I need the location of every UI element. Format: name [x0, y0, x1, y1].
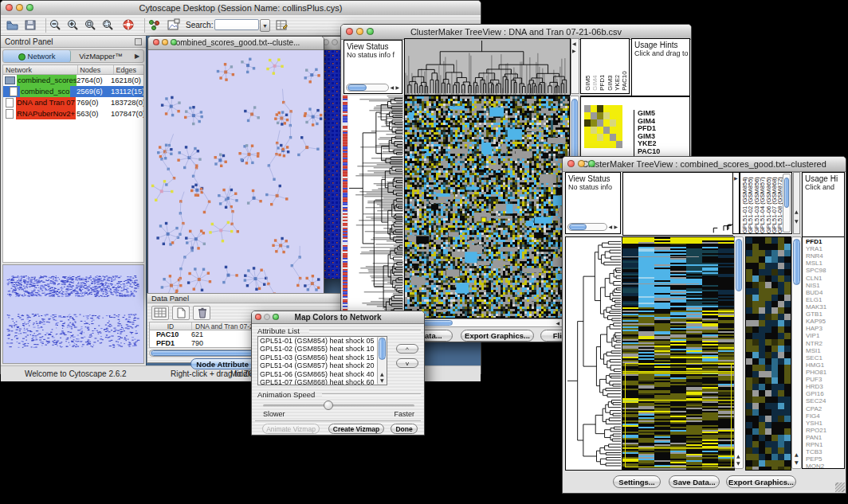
close-icon[interactable] [153, 39, 159, 45]
zoom-out-icon[interactable] [49, 18, 62, 32]
gene-label[interactable]: GPI16 [806, 390, 844, 397]
dialog-title-bar[interactable]: Map Colors to Network [252, 311, 424, 324]
gene-label[interactable]: GTB1 [806, 311, 844, 318]
gene-label[interactable]: NTR2 [806, 340, 844, 347]
minimize-icon[interactable] [578, 160, 585, 167]
zoom-selected-icon[interactable] [84, 18, 97, 32]
gene-label[interactable]: SEC24 [806, 397, 844, 404]
scroll-down-icon[interactable]: ▼ [795, 460, 799, 465]
zoom-window-icon[interactable] [588, 160, 595, 167]
speed-slider-track[interactable] [263, 404, 414, 407]
tabs-overflow-icon[interactable]: ▶ [131, 50, 143, 62]
tv2-vscrollbar[interactable]: ▲ ▼ [734, 236, 744, 469]
column-label[interactable]: GPL51-02 (GSM855) [748, 174, 753, 233]
search-dropdown-icon[interactable]: ▼ [260, 19, 270, 32]
zoom-in-icon[interactable] [66, 18, 80, 32]
minimize-icon[interactable] [16, 4, 23, 11]
network-list-row[interactable]: DNA and Tran 07769(0)183728(0) [3, 97, 143, 108]
minimize-icon[interactable] [332, 39, 338, 45]
gene-label[interactable]: BUD4 [806, 289, 844, 296]
view-status-scrollbar[interactable] [567, 223, 607, 231]
scroll-right-icon[interactable]: ▶ [395, 85, 399, 90]
treeview2-title-bar[interactable]: ClusterMaker TreeView : combined_scores_… [563, 157, 846, 172]
help-lifesaver-icon[interactable] [122, 18, 135, 32]
open-file-icon[interactable] [6, 18, 19, 32]
scrollbar-thumb[interactable] [793, 239, 800, 285]
gene-label[interactable]: PUF3 [806, 376, 844, 383]
attribute-list[interactable]: GPL51-01 (GSM854) heat shock 05 minGPL51… [257, 336, 387, 385]
scroll-down-icon[interactable]: ▼ [795, 219, 799, 224]
gene-label[interactable]: RPO21 [806, 427, 844, 434]
scroll-left-icon[interactable]: ◀ [572, 41, 576, 46]
tv1-export-graphics-button[interactable]: Export Graphics... [461, 330, 534, 342]
scrollbar-thumb[interactable] [736, 239, 742, 291]
new-doc-icon[interactable] [172, 306, 190, 320]
scroll-up-icon[interactable]: ▲ [736, 454, 740, 459]
scroll-left-icon[interactable]: ◀ [556, 321, 559, 326]
scroll-left-icon[interactable]: ◀ [608, 225, 612, 229]
gene-label[interactable]: YSH1 [806, 420, 844, 427]
column-label[interactable]: PAC10 [621, 71, 627, 91]
scroll-right-icon[interactable]: ▶ [614, 225, 618, 229]
column-label[interactable]: GIM4 [591, 75, 598, 91]
tv2-zoom-heatmap[interactable] [745, 236, 791, 471]
scrollbar-thumb[interactable] [379, 338, 386, 360]
minimize-icon[interactable] [356, 28, 363, 35]
column-label[interactable]: GIM5 [584, 75, 591, 91]
zoom-window-icon[interactable] [367, 28, 374, 35]
zoom-fit-icon[interactable] [101, 18, 115, 32]
scroll-down-icon[interactable]: ▼ [380, 378, 384, 383]
network-graph-canvas[interactable] [148, 50, 324, 296]
tv1-row-dendrogram[interactable] [348, 96, 403, 317]
tv2-heatmap[interactable] [622, 236, 735, 471]
tv2-row-dendrogram[interactable] [565, 236, 622, 471]
scroll-right-icon[interactable]: ▶ [572, 49, 576, 53]
gene-label[interactable]: PHO81 [806, 369, 844, 376]
attribute-list-scrollbar[interactable]: ▲ ▼ [377, 337, 387, 385]
close-icon[interactable] [567, 160, 575, 167]
search-input[interactable] [214, 19, 259, 30]
scroll-left-icon[interactable]: ◀ [390, 85, 394, 90]
zoom-window-icon[interactable] [171, 39, 177, 45]
attribute-list-item[interactable]: GPL51-06 (GSM865) heat shock 40 min [258, 370, 376, 378]
column-label[interactable]: YKE2 [614, 75, 620, 91]
data-panel-header[interactable]: Data Panel [147, 294, 344, 303]
tv2-collabels-scrollbar[interactable] [783, 174, 791, 232]
snapshot-icon[interactable] [167, 18, 180, 32]
attribute-list-item[interactable]: GPL51-02 (GSM855) heat shock 10 min [258, 345, 376, 353]
gene-label[interactable]: PEP5 [806, 455, 844, 463]
gene-label[interactable]: HAP3 [806, 325, 844, 332]
gene-label[interactable]: MSL1 [806, 260, 844, 267]
gene-label[interactable]: SPC98 [806, 267, 844, 274]
column-label[interactable]: GPL51-06 (GSM865) [766, 174, 771, 233]
tv2-column-dendrogram[interactable] [622, 172, 733, 236]
gene-label[interactable]: CPA2 [806, 405, 844, 412]
close-icon[interactable] [255, 314, 261, 320]
tv1-hscrollbar[interactable]: ◀ ▶ [404, 318, 568, 327]
move-down-button[interactable]: v [396, 358, 418, 368]
resize-grip[interactable] [835, 483, 845, 492]
zoom-window-icon[interactable] [26, 4, 33, 11]
tv1-column-labels[interactable]: GIM5GIM4 PFD1GIM3 YKE2PAC10 [580, 38, 630, 94]
row-label[interactable]: PAC10 [638, 148, 660, 156]
tv2-settings-button[interactable]: Settings... [613, 475, 661, 488]
gene-label[interactable]: MON2 [806, 463, 844, 469]
network-list-row[interactable]: combined_scores2764(0)16218(0) [3, 75, 143, 86]
gene-label[interactable]: HMG1 [806, 361, 844, 369]
gene-label[interactable]: YRA1 [806, 245, 844, 252]
network-list-row[interactable]: combined_sco2569(6)13112(15) [3, 86, 143, 97]
gene-label[interactable]: VIP1 [806, 332, 844, 339]
tab-vizmapper[interactable]: VizMapper™ [71, 50, 131, 62]
network-list-row[interactable]: RNAPuberNov2+563(0)107847(0) [3, 108, 143, 119]
float-panel-icon[interactable] [135, 38, 142, 45]
close-icon[interactable] [346, 28, 353, 35]
view-status-scrollbar[interactable] [346, 84, 389, 92]
scroll-up-icon[interactable]: ▲ [795, 452, 799, 457]
save-session-icon[interactable] [24, 18, 37, 32]
scroll-up-icon[interactable]: ▲ [795, 209, 799, 214]
minimize-icon[interactable] [162, 39, 168, 45]
gene-label[interactable]: PAN1 [806, 434, 844, 441]
gene-label[interactable]: NIS1 [806, 282, 844, 289]
gene-label[interactable]: MAK31 [806, 303, 844, 311]
tv1-summary-matrix[interactable] [584, 105, 622, 148]
